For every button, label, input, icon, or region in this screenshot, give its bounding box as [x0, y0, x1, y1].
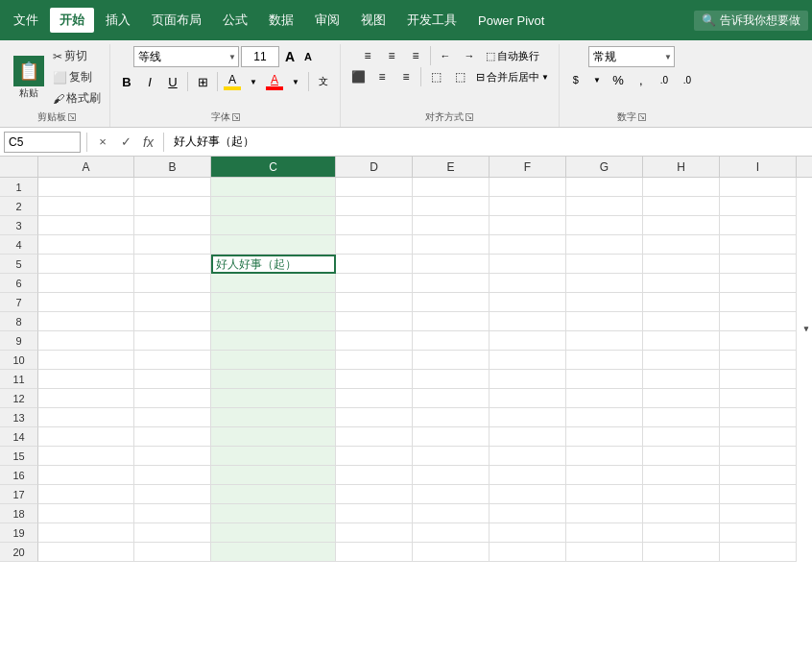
- cell-E16[interactable]: [413, 466, 490, 485]
- row-header-17[interactable]: 17: [0, 485, 38, 504]
- menu-data[interactable]: 数据: [259, 8, 303, 33]
- cell-B2[interactable]: [134, 197, 211, 216]
- align-top-center-button[interactable]: ≡: [380, 46, 403, 65]
- cell-D15[interactable]: [336, 447, 413, 466]
- cell-G1[interactable]: [566, 178, 643, 197]
- cell-I14[interactable]: [720, 427, 797, 447]
- cell-D6[interactable]: [336, 274, 413, 293]
- cell-C20[interactable]: [211, 543, 336, 562]
- cell-F14[interactable]: [490, 427, 566, 447]
- cell-H14[interactable]: [643, 427, 720, 447]
- cell-G7[interactable]: [566, 293, 643, 312]
- cell-G6[interactable]: [566, 274, 643, 293]
- menu-power-pivot[interactable]: Power Pivot: [468, 10, 554, 32]
- cell-B1[interactable]: [134, 178, 211, 197]
- cell-G18[interactable]: [566, 504, 643, 523]
- cell-F18[interactable]: [490, 504, 566, 523]
- cell-B16[interactable]: [134, 466, 211, 485]
- cell-E20[interactable]: [413, 543, 490, 562]
- cell-A4[interactable]: [38, 235, 134, 255]
- cell-I11[interactable]: [720, 370, 797, 389]
- cell-H19[interactable]: [643, 523, 720, 543]
- paste-button[interactable]: 📋 粘贴: [10, 54, 48, 102]
- cell-C9[interactable]: [211, 331, 336, 351]
- cell-D18[interactable]: [336, 504, 413, 523]
- cell-G10[interactable]: [566, 351, 643, 370]
- font-shrink-button[interactable]: A: [299, 48, 317, 65]
- cell-I12[interactable]: [720, 389, 797, 408]
- cell-H13[interactable]: [643, 408, 720, 427]
- cell-C10[interactable]: [211, 351, 336, 370]
- cell-H9[interactable]: [643, 331, 720, 351]
- menu-file[interactable]: 文件: [4, 8, 48, 33]
- col-header-b[interactable]: B: [134, 157, 211, 177]
- cell-G15[interactable]: [566, 447, 643, 466]
- corner-cell[interactable]: [0, 157, 38, 177]
- cell-H15[interactable]: [643, 447, 720, 466]
- cell-ref-box[interactable]: C5 ▼: [4, 132, 81, 153]
- cell-F19[interactable]: [490, 523, 566, 543]
- cell-H1[interactable]: [643, 178, 720, 197]
- cell-D9[interactable]: [336, 331, 413, 351]
- cell-D13[interactable]: [336, 408, 413, 427]
- increase-decimal-button[interactable]: .0: [654, 69, 675, 90]
- menu-search[interactable]: 🔍 告诉我你想要做: [694, 11, 808, 31]
- row-header-14[interactable]: 14: [0, 427, 38, 447]
- currency-button[interactable]: $: [565, 69, 586, 90]
- bold-button[interactable]: B: [116, 71, 137, 92]
- cell-E15[interactable]: [413, 447, 490, 466]
- col-header-d[interactable]: D: [336, 157, 413, 177]
- col-header-a[interactable]: A: [38, 157, 134, 177]
- row-header-3[interactable]: 3: [0, 216, 38, 235]
- cell-C13[interactable]: [211, 408, 336, 427]
- cell-H18[interactable]: [643, 504, 720, 523]
- cell-F8[interactable]: [490, 312, 566, 331]
- row-header-18[interactable]: 18: [0, 504, 38, 523]
- indent-right-button[interactable]: →: [458, 46, 481, 65]
- cell-A12[interactable]: [38, 389, 134, 408]
- cell-D17[interactable]: [336, 485, 413, 504]
- col-header-i[interactable]: I: [720, 157, 797, 177]
- cell-I20[interactable]: [720, 543, 797, 562]
- merge-center-button[interactable]: ⊟ 合并后居中 ▼: [472, 67, 553, 86]
- font-color-dropdown[interactable]: ▼: [287, 73, 304, 90]
- cell-H6[interactable]: [643, 274, 720, 293]
- font-grow-button[interactable]: A: [281, 48, 299, 65]
- cell-A18[interactable]: [38, 504, 134, 523]
- menu-page-layout[interactable]: 页面布局: [142, 8, 211, 33]
- cell-D11[interactable]: [336, 370, 413, 389]
- cell-D19[interactable]: [336, 523, 413, 543]
- cell-B14[interactable]: [134, 427, 211, 447]
- cell-I3[interactable]: [720, 216, 797, 235]
- cell-F4[interactable]: [490, 235, 566, 255]
- cell-F9[interactable]: [490, 331, 566, 351]
- cell-H17[interactable]: [643, 485, 720, 504]
- row-header-13[interactable]: 13: [0, 408, 38, 427]
- cell-B8[interactable]: [134, 312, 211, 331]
- cell-I16[interactable]: [720, 466, 797, 485]
- cell-C17[interactable]: [211, 485, 336, 504]
- align-center-button[interactable]: ≡: [370, 67, 394, 86]
- cell-G19[interactable]: [566, 523, 643, 543]
- cell-C12[interactable]: [211, 389, 336, 408]
- cell-D5[interactable]: [336, 255, 413, 274]
- cell-I18[interactable]: [720, 504, 797, 523]
- cell-F7[interactable]: [490, 293, 566, 312]
- cell-H12[interactable]: [643, 389, 720, 408]
- align-left-button[interactable]: ⬛: [346, 67, 370, 86]
- cell-A11[interactable]: [38, 370, 134, 389]
- cell-D20[interactable]: [336, 543, 413, 562]
- cell-C4[interactable]: [211, 235, 336, 255]
- formula-input[interactable]: 好人好事（起）: [170, 134, 808, 150]
- cell-G3[interactable]: [566, 216, 643, 235]
- phonetic-button[interactable]: 文: [313, 71, 334, 92]
- cell-H2[interactable]: [643, 197, 720, 216]
- row-header-2[interactable]: 2: [0, 197, 38, 216]
- cell-D14[interactable]: [336, 427, 413, 447]
- row-header-1[interactable]: 1: [0, 178, 38, 197]
- cell-C8[interactable]: [211, 312, 336, 331]
- cell-E12[interactable]: [413, 389, 490, 408]
- cell-E8[interactable]: [413, 312, 490, 331]
- cell-D16[interactable]: [336, 466, 413, 485]
- cell-E10[interactable]: [413, 351, 490, 370]
